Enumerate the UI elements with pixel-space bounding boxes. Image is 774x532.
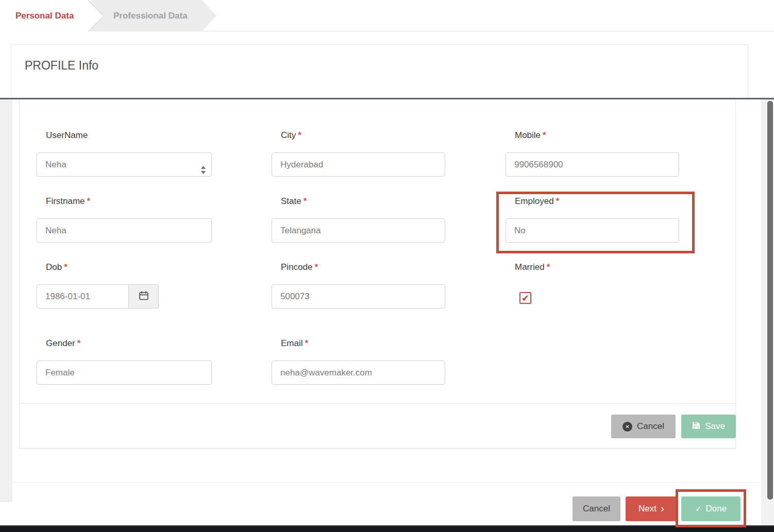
field-dob: Dob* <box>37 262 159 308</box>
cancel-circle-x-icon: ✕ <box>622 422 632 432</box>
firstname-label: Firstname* <box>37 196 212 207</box>
employed-input[interactable] <box>506 218 679 243</box>
next-chevron-icon: › <box>661 503 664 513</box>
mobile-input[interactable] <box>506 152 679 177</box>
gender-input[interactable] <box>37 361 212 385</box>
field-city: City* <box>272 130 445 177</box>
city-label: City* <box>272 130 445 141</box>
city-input[interactable] <box>272 152 445 177</box>
done-check-icon: ✓ <box>695 504 702 513</box>
username-selected-value: Neha <box>45 160 66 169</box>
married-checkbox[interactable] <box>519 292 531 304</box>
username-select[interactable]: Neha <box>37 152 212 177</box>
state-input[interactable] <box>272 218 445 243</box>
pincode-input[interactable] <box>272 284 445 308</box>
field-married: Married* <box>506 262 679 304</box>
header-divider <box>0 98 774 99</box>
mobile-label: Mobile* <box>506 130 679 141</box>
wizard-done-button[interactable]: ✓ Done <box>681 496 741 521</box>
state-label: State* <box>272 196 445 207</box>
gender-label: Gender* <box>37 338 212 349</box>
field-pincode: Pincode* <box>272 262 445 308</box>
field-employed: Employed* <box>506 196 679 243</box>
left-gutter <box>0 99 12 502</box>
tab-professional-data[interactable]: Professional Data <box>90 0 216 31</box>
dob-calendar-button[interactable] <box>129 284 159 308</box>
dob-label: Dob* <box>37 262 159 272</box>
bottom-bar-divider <box>11 482 761 483</box>
dob-input[interactable] <box>37 284 129 308</box>
field-username: UserName Neha <box>37 130 212 177</box>
select-stepper-icon <box>200 160 206 183</box>
field-gender: Gender* <box>37 338 212 385</box>
username-label: UserName <box>37 130 212 141</box>
field-state: State* <box>272 196 445 243</box>
wizard-step-bar: Personal Data Professional Data <box>0 0 774 31</box>
email-label: Email* <box>272 338 445 349</box>
field-email: Email* <box>272 338 445 385</box>
married-label: Married* <box>506 262 679 272</box>
employed-label: Employed* <box>506 196 679 207</box>
form-footer-divider <box>19 403 736 404</box>
save-floppy-icon <box>692 421 700 432</box>
pincode-label: Pincode* <box>272 262 445 272</box>
profile-header-card: PROFILE Info <box>11 44 748 99</box>
form-cancel-button[interactable]: ✕ Cancel <box>611 415 676 438</box>
wizard-next-button[interactable]: Next › <box>626 496 677 521</box>
field-mobile: Mobile* <box>506 130 679 177</box>
calendar-icon <box>139 290 149 303</box>
scrollbar-thumb[interactable] <box>767 101 773 500</box>
page-title: PROFILE Info <box>25 59 98 73</box>
wizard-cancel-button[interactable]: Cancel <box>573 496 620 521</box>
field-firstname: Firstname* <box>37 196 212 243</box>
firstname-input[interactable] <box>37 218 212 243</box>
email-input[interactable] <box>272 361 445 385</box>
form-save-button[interactable]: Save <box>681 415 736 438</box>
bottom-dark-strip <box>0 525 774 532</box>
